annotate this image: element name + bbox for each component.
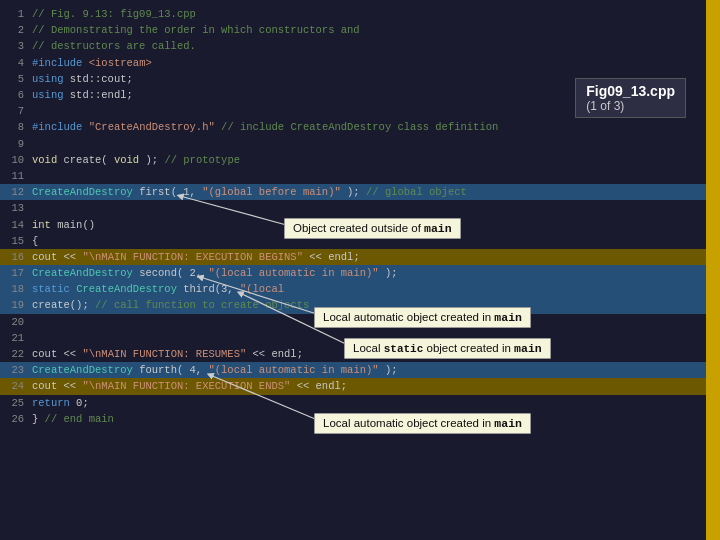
code-line-13: 13 xyxy=(0,200,706,216)
code-line-17: 17 CreateAndDestroy second( 2, "(local a… xyxy=(0,265,706,281)
code-area: Fig09_13.cpp (1 of 3) 1 // Fig. 9.13: fi… xyxy=(0,0,706,540)
main-container: Fig09_13.cpp (1 of 3) 1 // Fig. 9.13: fi… xyxy=(0,0,720,540)
slide-info: (1 of 3) xyxy=(586,99,675,113)
code-line-23: 23 CreateAndDestroy fourth( 4, "(local a… xyxy=(0,362,706,378)
code-line-1: 1 // Fig. 9.13: fig09_13.cpp xyxy=(0,6,706,22)
code-line-11: 11 xyxy=(0,168,706,184)
code-line-18: 18 static CreateAndDestroy third(3, "(lo… xyxy=(0,281,706,297)
annotation-bubble-4: Local automatic object created in main xyxy=(314,413,531,434)
code-line-9: 9 xyxy=(0,136,706,152)
code-line-24: 24 cout << "\nMAIN FUNCTION: EXECUTION E… xyxy=(0,378,706,394)
code-line-8: 8 #include "CreateAndDestroy.h" // inclu… xyxy=(0,119,706,135)
code-line-4: 4 #include <iostream> xyxy=(0,55,706,71)
info-box: Fig09_13.cpp (1 of 3) xyxy=(575,78,686,118)
code-line-2: 2 // Demonstrating the order in which co… xyxy=(0,22,706,38)
filename-title: Fig09_13.cpp xyxy=(586,83,675,99)
annotation-bubble-2: Local automatic object created in main xyxy=(314,307,531,328)
code-line-10: 10 void create( void ); // prototype xyxy=(0,152,706,168)
annotation-bubble-1: Object created outside of main xyxy=(284,218,461,239)
right-sidebar xyxy=(706,0,720,540)
code-line-3: 3 // destructors are called. xyxy=(0,38,706,54)
code-line-16: 16 cout << "\nMAIN FUNCTION: EXECUTION B… xyxy=(0,249,706,265)
code-line-25: 25 return 0; xyxy=(0,395,706,411)
annotation-bubble-3: Local static object created in main xyxy=(344,338,551,359)
code-line-12: 12 CreateAndDestroy first( 1, "(global b… xyxy=(0,184,706,200)
